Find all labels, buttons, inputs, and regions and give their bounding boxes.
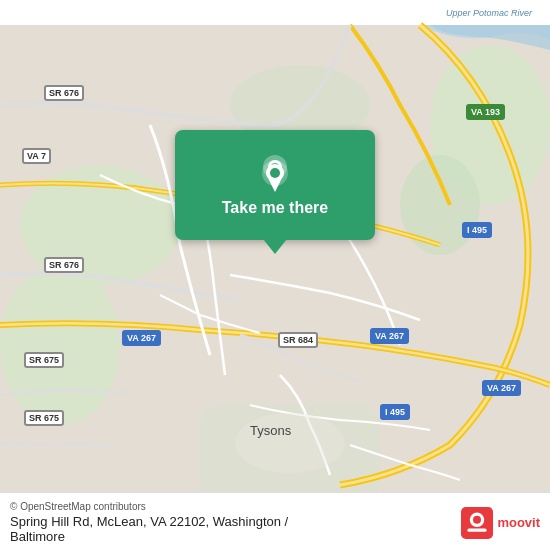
address-line1: Spring Hill Rd, McLean, VA 22102, Washin… — [10, 514, 288, 529]
road-badge-sr684: SR 684 — [278, 332, 318, 348]
river-label: Upper Potomac River — [446, 8, 532, 18]
popup-take-me-there[interactable]: Take me there — [222, 199, 328, 217]
road-badge-sr676a: SR 676 — [44, 85, 84, 101]
road-badge-va193: VA 193 — [466, 104, 505, 120]
road-badge-sr675a: SR 675 — [24, 352, 64, 368]
road-badge-i495a: I 495 — [462, 222, 492, 238]
road-badge-va267a: VA 267 — [122, 330, 161, 346]
moovit-icon — [461, 507, 493, 539]
bottom-bar: © OpenStreetMap contributors Spring Hill… — [0, 492, 550, 550]
road-badge-i495b: I 495 — [380, 404, 410, 420]
pin-wrapper — [257, 159, 293, 195]
svg-point-4 — [400, 155, 480, 255]
map-svg — [0, 0, 550, 550]
svg-marker-14 — [269, 180, 281, 192]
map-popup[interactable]: Take me there — [175, 130, 375, 240]
pin-svg — [259, 158, 291, 196]
osm-credit: © OpenStreetMap contributors — [10, 501, 288, 512]
road-badge-va267b: VA 267 — [370, 328, 409, 344]
tysons-label: Tysons — [250, 423, 291, 438]
svg-point-2 — [0, 265, 120, 425]
road-badge-va7: VA 7 — [22, 148, 51, 164]
address-section: © OpenStreetMap contributors Spring Hill… — [10, 501, 288, 544]
address-line2: Baltimore — [10, 529, 288, 544]
road-badge-sr676b: SR 676 — [44, 257, 84, 273]
road-badge-va267c: VA 267 — [482, 380, 521, 396]
moovit-logo: moovit — [461, 507, 540, 539]
svg-point-17 — [473, 515, 481, 523]
moovit-label: moovit — [497, 515, 540, 530]
svg-rect-18 — [468, 528, 487, 531]
road-badge-sr675b: SR 675 — [24, 410, 64, 426]
map-container: VA 7 SR 676 SR 676 SR 675 SR 675 VA 267 … — [0, 0, 550, 550]
svg-point-13 — [270, 168, 280, 178]
svg-point-7 — [235, 413, 345, 473]
